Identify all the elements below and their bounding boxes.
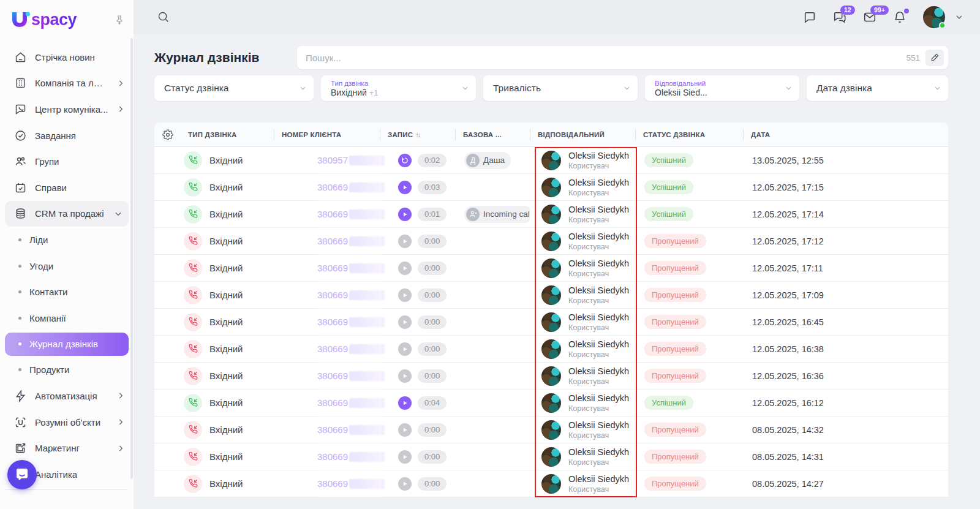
column-header[interactable]: ЗАПИС↑↓ xyxy=(380,129,455,141)
filter-dropdown[interactable]: Дата дзвінка xyxy=(807,75,948,101)
sidebar-item-Угоди[interactable]: Угоди xyxy=(0,253,134,279)
sidebar-item-Справи[interactable]: Справи xyxy=(0,175,134,201)
columns-settings-gear-icon[interactable] xyxy=(154,129,181,140)
search-input[interactable]: Пошук... 551 xyxy=(297,46,948,69)
client-number-link[interactable]: 380669 xyxy=(317,344,348,354)
table-row[interactable]: Вхідний 380669 0:00 Oleksii Siedykh Кори… xyxy=(154,336,948,363)
sidebar-item-Компанія та люди[interactable]: Компанія та люди xyxy=(0,70,134,97)
client-number-link[interactable]: 380669 xyxy=(317,371,348,381)
sidebar-item-Завдання[interactable]: Завдання xyxy=(0,123,134,149)
column-header[interactable]: БАЗОВА ... xyxy=(455,129,530,141)
table-row[interactable]: Вхідний 380669 0:00 Oleksii Siedykh Кори… xyxy=(154,282,948,309)
sidebar-item-Стрічка новин[interactable]: Стрічка новин xyxy=(0,44,134,70)
client-number-link[interactable]: 380669 xyxy=(317,182,348,192)
table-row[interactable]: Вхідний 380669 0:01 Incoming call 3 Olek… xyxy=(154,201,948,228)
table-row[interactable]: Вхідний 380669 0:00 Oleksii Siedykh Кори… xyxy=(154,255,948,282)
table-row[interactable]: Вхідний 380669 0:04 Oleksii Siedykh Кори… xyxy=(154,390,948,417)
client-number-link[interactable]: 380669 xyxy=(317,478,348,489)
incoming-call-icon xyxy=(184,178,202,197)
responsible-role: Користувач xyxy=(568,404,629,413)
sidebar-item-Маркетинг[interactable]: Маркетинг xyxy=(0,435,134,461)
sidebar-item-Ліди[interactable]: Ліди xyxy=(0,227,134,253)
sidebar-item-Продукти[interactable]: Продукти xyxy=(0,357,134,383)
filter-dropdown[interactable]: Тривалість xyxy=(483,75,638,101)
play-record-button[interactable] xyxy=(398,315,412,329)
marketing-icon xyxy=(13,442,27,455)
play-record-button[interactable] xyxy=(398,208,412,221)
sidebar-item-Контакти[interactable]: Контакти xyxy=(0,279,134,305)
play-record-button[interactable] xyxy=(398,423,412,437)
messenger-icon[interactable]: 12 xyxy=(833,10,846,24)
chevron-down-icon xyxy=(298,84,307,93)
user-avatar[interactable] xyxy=(923,6,945,28)
filters-row: Статус дзвінка Тип дзвінка Вихідний +1 Т… xyxy=(154,75,948,101)
client-number-link[interactable]: 380669 xyxy=(317,236,348,246)
notifications-bell-icon[interactable] xyxy=(893,10,907,24)
client-number-link[interactable]: 380669 xyxy=(317,290,348,300)
blurred-number xyxy=(349,290,385,300)
sidebar-item-Автоматизація[interactable]: Автоматизація xyxy=(0,383,134,409)
sidebar-item-CRM та продажі[interactable]: CRM та продажі xyxy=(5,201,129,227)
table-row[interactable]: Вхідний 380957 0:02 ДДаша Oleksii Siedyk… xyxy=(154,147,948,174)
play-record-button[interactable] xyxy=(398,181,412,194)
check-circle-icon xyxy=(13,129,27,142)
table-row[interactable]: Вхідний 380669 0:00 Oleksii Siedykh Кори… xyxy=(154,417,948,443)
filter-dropdown[interactable]: Тип дзвінка Вихідний +1 xyxy=(321,75,476,101)
restore-record-button[interactable] xyxy=(398,154,412,167)
sidebar-item-Розумні об'єкти[interactable]: Розумні об'єкти xyxy=(0,409,134,435)
chevron-down-icon xyxy=(933,84,942,93)
play-record-button[interactable] xyxy=(398,262,412,275)
filter-dropdown[interactable]: Статус дзвінка xyxy=(154,75,314,101)
clear-search-button[interactable] xyxy=(925,50,944,66)
base-entity-chip[interactable]: ДДаша xyxy=(464,152,511,169)
table-row[interactable]: Вхідний 380669 0:00 Oleksii Siedykh Кори… xyxy=(154,309,948,336)
client-number-link[interactable]: 380669 xyxy=(317,317,348,327)
responsible-name: Oleksii Siedykh xyxy=(568,420,629,431)
column-header[interactable]: НОМЕР КЛІЄНТА xyxy=(274,129,380,141)
column-header[interactable]: СТАТУС ДЗВІНКА xyxy=(635,129,743,141)
support-chat-button[interactable] xyxy=(7,460,37,489)
table-row[interactable]: Вхідний 380669 0:00 Oleksii Siedykh Кори… xyxy=(154,443,948,470)
pin-sidebar-icon[interactable] xyxy=(114,14,125,25)
profile-chevron-down-icon[interactable] xyxy=(954,12,964,22)
client-number-link[interactable]: 380669 xyxy=(317,398,348,408)
blurred-number xyxy=(349,452,385,462)
table-row[interactable]: Вхідний 380669 0:03 Oleksii Siedykh Кори… xyxy=(154,174,948,201)
sidebar-item-Центр комуніка...[interactable]: Центр комуніка... xyxy=(0,96,134,123)
play-record-button[interactable] xyxy=(398,450,412,464)
incoming-call-icon xyxy=(184,286,202,304)
play-record-button[interactable] xyxy=(398,396,412,410)
calendar-icon xyxy=(13,181,27,194)
base-entity-chip[interactable]: Incoming call 3 xyxy=(464,206,530,223)
feedback-chat-icon[interactable] xyxy=(803,10,816,24)
sidebar-scrollbar[interactable] xyxy=(130,38,133,479)
call-duration: 0:00 xyxy=(418,450,447,464)
global-search-icon[interactable] xyxy=(157,10,170,23)
column-header[interactable]: ДАТА xyxy=(743,129,948,141)
client-number-link[interactable]: 380669 xyxy=(317,209,348,219)
sidebar-item-Компанії[interactable]: Компанії xyxy=(0,305,134,331)
client-number-link[interactable]: 380669 xyxy=(317,451,348,462)
play-record-button[interactable] xyxy=(398,235,412,248)
play-record-button[interactable] xyxy=(398,342,412,356)
filter-dropdown[interactable]: Відповідальний Oleksii Sied... xyxy=(645,75,799,101)
play-record-button[interactable] xyxy=(398,477,412,491)
play-record-button[interactable] xyxy=(398,288,412,302)
chevron-down-icon xyxy=(784,84,793,93)
client-number-link[interactable]: 380957 xyxy=(317,155,348,165)
sidebar-item-Групи[interactable]: Групи xyxy=(0,148,134,175)
column-header[interactable]: ВІДПОВІДАЛЬНИЙ xyxy=(530,129,635,141)
smart-icon xyxy=(13,415,27,429)
play-record-button[interactable] xyxy=(398,369,412,383)
table-row[interactable]: Вхідний 380669 0:00 Oleksii Siedykh Кори… xyxy=(154,228,948,255)
column-header[interactable]: ТИП ДЗВІНКА xyxy=(181,129,274,141)
client-number-link[interactable]: 380669 xyxy=(317,424,348,435)
table-row[interactable]: Вхідний 380669 0:00 Oleksii Siedykh Кори… xyxy=(154,363,948,390)
mail-icon[interactable]: 99+ xyxy=(863,10,876,24)
call-status-badge: Успішний xyxy=(644,153,693,167)
table-row[interactable]: Вхідний 380669 0:00 Oleksii Siedykh Кори… xyxy=(154,470,948,497)
client-number-link[interactable]: 380669 xyxy=(317,263,348,273)
incoming-call-icon xyxy=(184,448,202,466)
calls-table: ТИП ДЗВІНКА НОМЕР КЛІЄНТА ЗАПИС↑↓ БАЗОВА… xyxy=(154,123,948,497)
sidebar-item-Журнал дзвінків[interactable]: Журнал дзвінків xyxy=(5,333,129,356)
